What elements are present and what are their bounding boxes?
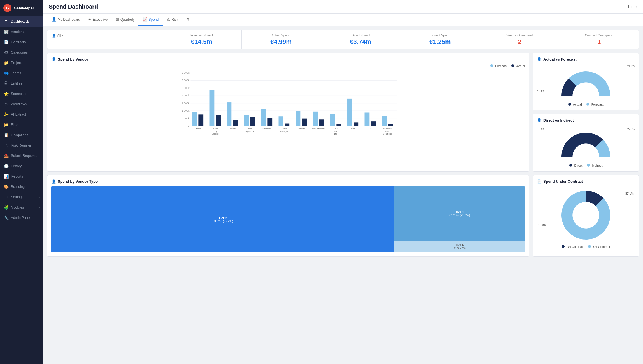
- avf-icon: 👤: [537, 57, 542, 61]
- sidebar-item-contracts[interactable]: 📄Contracts: [0, 37, 43, 47]
- sidebar-icon: 📄: [3, 40, 9, 44]
- sidebar-icon: 📤: [3, 153, 9, 158]
- sidebar-icon: ⚙: [3, 102, 9, 106]
- sidebar-item-history[interactable]: 🕐History: [0, 161, 43, 171]
- contract-overspend-value: 1: [564, 38, 634, 46]
- sidebar-item-ai-extract[interactable]: ✨AI Extract: [0, 109, 43, 120]
- svg-rect-34: [279, 116, 283, 126]
- suc-legend-on: On Contract: [562, 245, 584, 248]
- svg-text:Lenovo: Lenovo: [229, 127, 236, 130]
- svg-text:Oracle: Oracle: [195, 127, 201, 130]
- charts-row-2: 👤 Spend by Vendor Type Tier 2€3.62m (72.…: [47, 175, 639, 257]
- sidebar-item-categories[interactable]: 🏷Categories: [0, 47, 43, 58]
- sidebar-item-dashboards[interactable]: ⊞Dashboards: [0, 16, 43, 27]
- spend-by-vendor-type-card: 👤 Spend by Vendor Type Tier 2€3.62m (72.…: [47, 175, 529, 257]
- svg-rect-52: [365, 112, 370, 126]
- treemap-tier1[interactable]: Tier 1€1.28m (25.6%): [394, 186, 525, 241]
- dvi-indirect-dot: [587, 164, 590, 167]
- dvi-chart: 25.0% 75.0%: [537, 125, 635, 163]
- sidebar-item-admin-panel[interactable]: 🔧Admin Panel›: [0, 213, 43, 223]
- svg-rect-56: [382, 116, 387, 126]
- sidebar-icon: ⭐: [3, 92, 9, 96]
- svt-icon: 👤: [51, 179, 56, 184]
- sidebar-item-reports[interactable]: 📊Reports: [0, 171, 43, 182]
- tab-my-dashboard[interactable]: 👤My Dashboard: [48, 14, 84, 26]
- tab-spend[interactable]: 📈Spend: [138, 14, 163, 26]
- avf-chart: 74.4% 25.6%: [537, 64, 635, 102]
- sidebar-icon: 📋: [3, 133, 9, 137]
- svg-text:Jones: Jones: [212, 127, 218, 130]
- dvi-legend: Direct Indirect: [537, 164, 635, 167]
- treemap-tier4[interactable]: Tier 4€100k 2%: [394, 241, 525, 252]
- tab-executive[interactable]: ✦Executive: [84, 14, 112, 26]
- actual-vs-forecast-title: 👤 Actual vs Forecast: [537, 57, 635, 61]
- kpi-row: 👤 All › Forecast Spend €14.5m Actual Spe…: [47, 30, 639, 49]
- sidebar-label: Files: [11, 123, 18, 127]
- spend-by-vendor-card: 👤 Spend by Vendor Forecast Actual 3 500k…: [47, 53, 529, 172]
- svg-rect-57: [388, 124, 393, 126]
- sidebar-item-teams[interactable]: 👥Teams: [0, 68, 43, 78]
- sidebar-label: Dashboards: [11, 20, 30, 24]
- direct-label: Direct Spend: [326, 34, 396, 37]
- sidebar-item-obligations[interactable]: 📋Obligations: [0, 130, 43, 140]
- bar-chart: 3 500k3 000k2 500k2 000k1 500k1 000k500k…: [51, 70, 525, 142]
- sidebar-item-files[interactable]: 📂Files: [0, 120, 43, 130]
- tab-icon: ⚠: [167, 17, 170, 22]
- contract-overspend-label: Contract Overspend: [564, 34, 634, 37]
- tab-[interactable]: ⚙: [182, 14, 195, 26]
- sidebar-item-settings[interactable]: ⚙Settings›: [0, 192, 43, 202]
- sidebar-item-scorecards[interactable]: ⭐Scorecards: [0, 89, 43, 99]
- sidebar-label: Scorecards: [11, 92, 28, 96]
- home-link[interactable]: Home: [628, 5, 637, 9]
- kpi-all: 👤 All ›: [47, 30, 162, 49]
- sidebar-item-vendors[interactable]: 🏢Vendors: [0, 27, 43, 37]
- sidebar-icon: ⚠: [3, 143, 9, 148]
- sidebar: G Gatekeeper ⊞Dashboards🏢Vendors📄Contrac…: [0, 0, 43, 364]
- svg-rect-25: [233, 120, 238, 126]
- topbar: Spend Dashboard Home: [43, 0, 643, 14]
- sidebar-item-modules[interactable]: 🧩Modules›: [0, 202, 43, 213]
- dvi-direct-dot: [569, 164, 572, 167]
- sidebar-label: Risk Register: [11, 143, 31, 147]
- svg-text:3 000k: 3 000k: [181, 79, 190, 82]
- sidebar-label: Workflows: [11, 102, 27, 106]
- kpi-all-selector[interactable]: 👤 All ›: [52, 34, 157, 38]
- tab-quarterly[interactable]: ⊞Quarterly: [112, 14, 138, 26]
- sidebar-item-risk-register[interactable]: ⚠Risk Register: [0, 140, 43, 151]
- avf-forecast-pct: 74.4%: [627, 64, 635, 67]
- sidebar-item-entities[interactable]: 🏛Entities: [0, 78, 43, 89]
- chevron-right-icon: ›: [39, 196, 40, 199]
- sidebar-icon: 📊: [3, 174, 9, 179]
- svg-text:Pricewaterhou...: Pricewaterhou...: [311, 127, 326, 130]
- svg-rect-42: [319, 119, 324, 126]
- svg-rect-38: [296, 111, 301, 126]
- dvi-legend-indirect: Indirect: [587, 164, 602, 167]
- sidebar-item-submit-requests[interactable]: 📤Submit Requests: [0, 151, 43, 161]
- sidebar-item-workflows[interactable]: ⚙Workflows: [0, 99, 43, 109]
- tab-label: Executive: [93, 17, 108, 22]
- svg-text:Solutions: Solutions: [383, 133, 392, 135]
- sidebar-label: Reports: [11, 174, 23, 178]
- vendor-overspend-label: Vendor Overspend: [484, 34, 555, 37]
- svg-rect-27: [244, 115, 249, 126]
- svg-rect-53: [371, 121, 376, 126]
- kpi-actual: Actual Spend €4.99m: [242, 30, 321, 49]
- sidebar-label: Contracts: [11, 40, 26, 44]
- vendor-chart-icon: 👤: [51, 57, 56, 61]
- svg-text:PLC: PLC: [368, 130, 372, 133]
- treemap-tier2[interactable]: Tier 2€3.62m (72.4%): [51, 186, 394, 252]
- logo[interactable]: G Gatekeeper: [0, 0, 43, 16]
- svg-text:1 500k: 1 500k: [181, 102, 190, 105]
- tab-risk[interactable]: ⚠Risk: [163, 14, 182, 26]
- sidebar-icon: 🏛: [3, 81, 9, 86]
- suc-off-pct: 12.9%: [538, 223, 546, 227]
- sidebar-item-branding[interactable]: 🎨Branding: [0, 182, 43, 192]
- tab-icon: ⊞: [116, 17, 119, 22]
- suc-legend: On Contract Off Contract: [537, 245, 635, 248]
- treemap: Tier 2€3.62m (72.4%)Tier 1€1.28m (25.6%)…: [51, 186, 525, 252]
- suc-off-dot: [588, 245, 591, 248]
- svg-text:Red: Red: [334, 127, 338, 130]
- sidebar-icon: 📂: [3, 122, 9, 127]
- sidebar-label: Modules: [11, 205, 24, 209]
- sidebar-item-projects[interactable]: 📁Projects: [0, 58, 43, 68]
